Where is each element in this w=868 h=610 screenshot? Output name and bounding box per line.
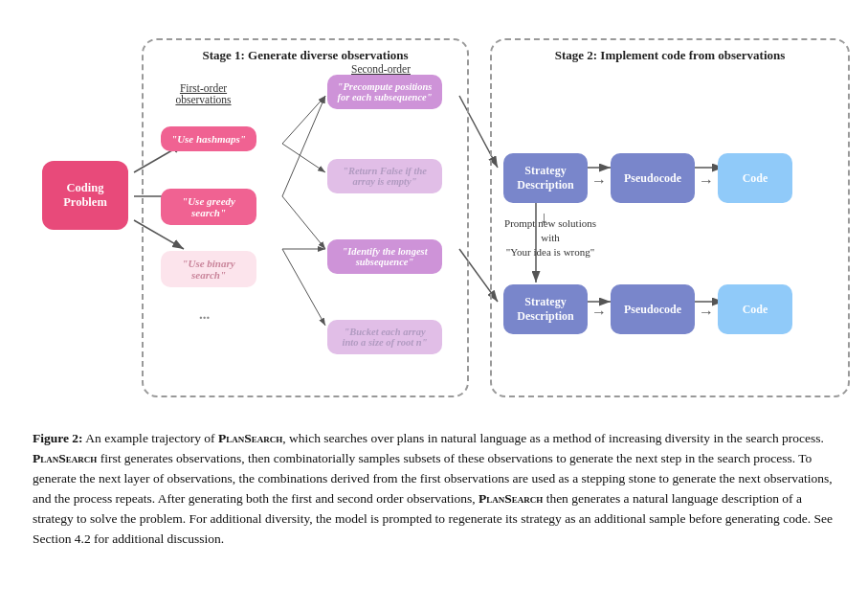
plansearch-3: PlanSearch bbox=[479, 491, 543, 506]
full-diagram: Coding Problem Stage 1: Generate diverse… bbox=[29, 19, 861, 412]
stage2-box: Stage 2: Implement code from observation… bbox=[490, 38, 850, 397]
pseudocode-1: Pseudocode bbox=[611, 153, 695, 203]
obs-node-bucket: "Bucket each array into a size of root n… bbox=[327, 320, 442, 354]
obs-node-binary: "Use binary search" bbox=[161, 251, 256, 287]
figure-label: Figure 2: bbox=[33, 431, 83, 445]
coding-problem-box: Coding Problem bbox=[42, 161, 128, 230]
obs-node-precompute: "Precompute positions for each subsequen… bbox=[327, 75, 442, 109]
arrow-s2-r1-1: → bbox=[591, 172, 607, 190]
obs-node-return-false: "Return False if the array is empty" bbox=[327, 159, 442, 193]
coding-problem-label: Coding Problem bbox=[52, 181, 119, 210]
arrow-s2-r2-2: → bbox=[699, 304, 714, 321]
arrow-down-stage2: ↓ bbox=[540, 208, 548, 228]
stage2-label: Stage 2: Implement code from observation… bbox=[492, 48, 848, 63]
first-order-label: First-orderobservations bbox=[153, 82, 254, 105]
obs-node-longest: "Identify the longest subsequence" bbox=[327, 239, 442, 274]
caption-text: An example trajectory of PlanSearch, whi… bbox=[33, 431, 833, 546]
plansearch-2: PlanSearch bbox=[33, 451, 97, 465]
stage1-box: Stage 1: Generate diverse observations F… bbox=[142, 38, 469, 397]
obs-node-hashmaps: "Use hashmaps" bbox=[161, 126, 256, 151]
code-2: Code bbox=[718, 284, 792, 334]
diagram-container: Coding Problem Stage 1: Generate diverse… bbox=[29, 19, 839, 412]
plansearch-1: PlanSearch bbox=[218, 431, 282, 445]
obs-node-greedy: "Use greedy search" bbox=[161, 189, 256, 225]
arrow-s2-r2-1: → bbox=[591, 304, 607, 321]
dots-first-order: ... bbox=[199, 306, 210, 323]
strategy-desc-2: Strategy Description bbox=[503, 284, 588, 334]
stage1-label: Stage 1: Generate diverse observations bbox=[144, 48, 467, 63]
strategy-desc-1: Strategy Description bbox=[503, 153, 588, 203]
arrow-s2-r1-2: → bbox=[699, 172, 714, 190]
caption: Figure 2: An example trajectory of PlanS… bbox=[29, 429, 839, 550]
code-1: Code bbox=[718, 153, 792, 203]
prompt-note: Prompt new solutions with"Your idea is w… bbox=[498, 216, 603, 260]
pseudocode-2: Pseudocode bbox=[611, 284, 695, 334]
